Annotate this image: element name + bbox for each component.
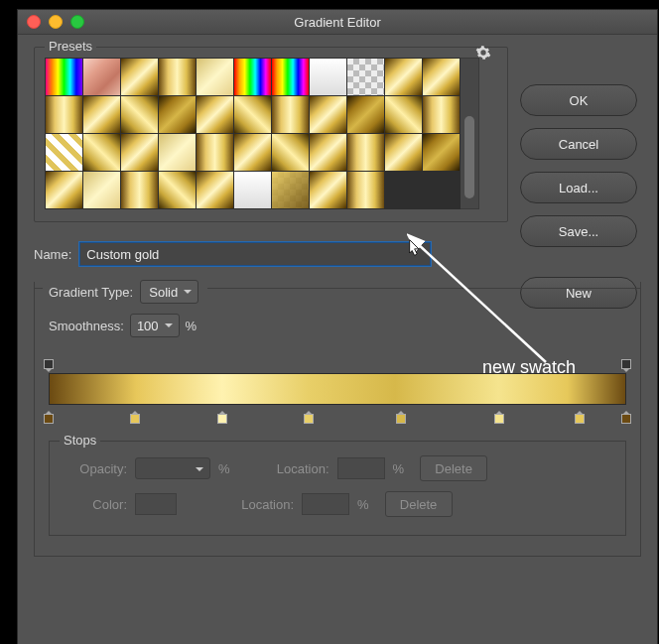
- color-stop[interactable]: [575, 407, 585, 419]
- window-close-button[interactable]: [27, 15, 41, 29]
- preset-scrollbar[interactable]: [461, 58, 479, 209]
- color-stop[interactable]: [304, 407, 314, 419]
- ok-button[interactable]: OK: [520, 84, 637, 116]
- preset-swatch[interactable]: [385, 96, 422, 133]
- color-location-unit: %: [357, 497, 369, 512]
- preset-swatch[interactable]: [121, 134, 158, 171]
- opacity-unit: %: [218, 461, 230, 476]
- color-stop[interactable]: [130, 407, 140, 419]
- color-stop[interactable]: [621, 407, 631, 419]
- stop-color-well: [135, 493, 177, 515]
- stops-fieldset: Stops Opacity: % Location: % Delete Colo…: [49, 441, 626, 536]
- preset-swatch[interactable]: [159, 59, 196, 95]
- preset-swatch[interactable]: [83, 96, 120, 133]
- preset-swatch[interactable]: [83, 59, 120, 95]
- stops-label: Stops: [60, 433, 100, 448]
- preset-swatch[interactable]: [272, 134, 309, 171]
- opacity-delete-button: Delete: [420, 455, 487, 481]
- scrollbar-thumb[interactable]: [464, 116, 474, 198]
- opacity-location-label: Location:: [256, 461, 330, 476]
- color-stop-track[interactable]: [49, 407, 626, 423]
- window-minimize-button[interactable]: [49, 15, 63, 29]
- preset-swatch[interactable]: [385, 134, 422, 171]
- gradient-type-label: Gradient Type: Solid: [49, 280, 198, 304]
- cancel-button[interactable]: Cancel: [520, 128, 637, 160]
- gradient-preview-bar[interactable]: [49, 373, 626, 405]
- preset-swatch[interactable]: [83, 134, 120, 171]
- preset-swatch[interactable]: [347, 59, 384, 95]
- color-stop[interactable]: [396, 407, 406, 419]
- preset-swatch[interactable]: [385, 59, 422, 95]
- preset-swatch[interactable]: [347, 96, 384, 133]
- preset-swatch[interactable]: [121, 172, 158, 208]
- smoothness-input[interactable]: 100: [130, 314, 180, 337]
- presets-fieldset: Presets: [34, 47, 508, 222]
- opacity-location-input: [337, 457, 385, 479]
- preset-swatch[interactable]: [423, 96, 460, 133]
- window-title: Gradient Editor: [18, 15, 657, 30]
- preset-swatch[interactable]: [46, 172, 82, 208]
- color-stop[interactable]: [494, 407, 504, 419]
- color-label: Color:: [62, 497, 127, 512]
- color-stop[interactable]: [44, 407, 54, 419]
- preset-swatch[interactable]: [423, 134, 460, 171]
- preset-swatch[interactable]: [159, 134, 196, 171]
- smoothness-label: Smoothness:: [49, 319, 124, 333]
- preset-swatch-grid[interactable]: [45, 58, 461, 209]
- gradient-type-select[interactable]: Solid: [140, 280, 198, 304]
- preset-swatch[interactable]: [83, 172, 120, 208]
- preset-swatch[interactable]: [197, 134, 233, 171]
- preset-swatch[interactable]: [121, 59, 158, 95]
- preset-swatch[interactable]: [310, 96, 346, 133]
- preset-swatch[interactable]: [310, 59, 346, 95]
- preset-swatch[interactable]: [159, 172, 196, 208]
- window-zoom-button[interactable]: [70, 15, 84, 29]
- color-location-label: Location:: [220, 497, 294, 512]
- preset-swatch[interactable]: [347, 134, 384, 171]
- color-stop[interactable]: [217, 407, 227, 419]
- titlebar: Gradient Editor: [18, 10, 657, 35]
- preset-swatch[interactable]: [121, 96, 158, 133]
- preset-swatch[interactable]: [310, 134, 346, 171]
- save-button[interactable]: Save...: [520, 215, 637, 247]
- preset-swatch[interactable]: [234, 96, 271, 133]
- stop-opacity-input: [135, 457, 210, 479]
- name-input[interactable]: [79, 242, 431, 266]
- name-label: Name:: [34, 247, 71, 262]
- preset-swatch[interactable]: [234, 134, 271, 171]
- preset-swatch[interactable]: [46, 134, 82, 171]
- preset-swatch[interactable]: [46, 96, 82, 133]
- preset-swatch[interactable]: [46, 59, 82, 95]
- color-delete-button: Delete: [385, 491, 453, 517]
- preset-swatch[interactable]: [197, 96, 233, 133]
- preset-swatch[interactable]: [234, 172, 271, 208]
- preset-swatch[interactable]: [234, 59, 271, 95]
- preset-swatch[interactable]: [272, 96, 309, 133]
- load-button[interactable]: Load...: [520, 172, 637, 203]
- preset-swatch[interactable]: [347, 172, 384, 208]
- preset-swatch[interactable]: [310, 172, 346, 208]
- preset-swatch[interactable]: [272, 172, 309, 208]
- smoothness-unit: %: [186, 319, 198, 333]
- preset-swatch[interactable]: [423, 59, 460, 95]
- preset-swatch[interactable]: [197, 59, 233, 95]
- cursor-icon: [404, 238, 422, 258]
- opacity-stop[interactable]: [621, 359, 631, 371]
- preset-swatch[interactable]: [197, 172, 233, 208]
- opacity-stop[interactable]: [44, 359, 54, 371]
- gradient-editor-window: Gradient Editor Presets OK Cancel Load..…: [18, 10, 657, 644]
- preset-swatch[interactable]: [159, 96, 196, 133]
- presets-label: Presets: [45, 39, 96, 54]
- opacity-stop-track[interactable]: [49, 359, 626, 373]
- opacity-location-unit: %: [393, 461, 405, 476]
- color-location-input: [302, 493, 349, 515]
- preset-swatch[interactable]: [272, 59, 309, 95]
- opacity-label: Opacity:: [62, 461, 127, 476]
